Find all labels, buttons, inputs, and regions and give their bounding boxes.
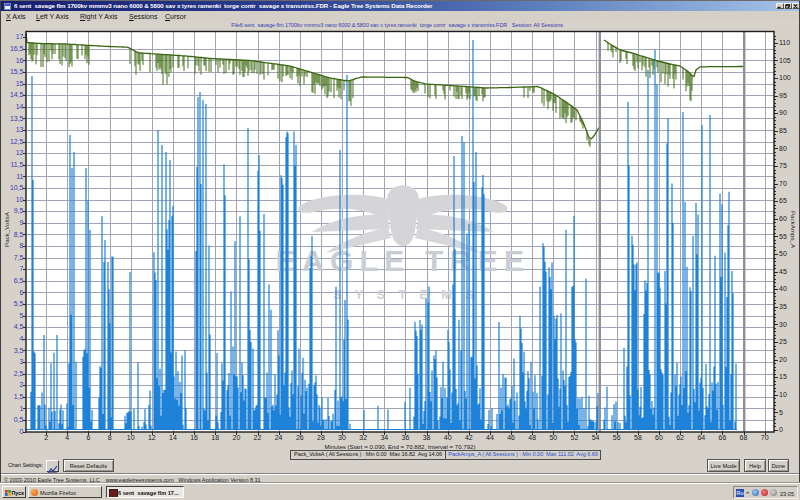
svg-text:35: 35 <box>779 303 787 310</box>
svg-text:11: 11 <box>16 173 23 180</box>
svg-text:22: 22 <box>254 434 262 441</box>
svg-text:66: 66 <box>719 434 727 441</box>
svg-text:62: 62 <box>676 434 684 441</box>
svg-text:12: 12 <box>148 434 156 441</box>
svg-text:0: 0 <box>779 426 783 433</box>
svg-text:14,5: 14,5 <box>10 91 24 98</box>
svg-text:20: 20 <box>233 434 241 441</box>
svg-text:65: 65 <box>779 197 787 204</box>
svg-text:6: 6 <box>20 289 24 296</box>
svg-text:14: 14 <box>169 434 177 441</box>
svg-text:8: 8 <box>108 434 112 441</box>
svg-text:70: 70 <box>779 180 787 187</box>
svg-text:8,5: 8,5 <box>14 231 24 238</box>
svg-text:36: 36 <box>402 434 410 441</box>
svg-text:EAGLE TREE: EAGLE TREE <box>276 244 531 277</box>
svg-text:13: 13 <box>16 126 24 133</box>
svg-text:2,5: 2,5 <box>14 370 24 377</box>
svg-text:42: 42 <box>465 434 473 441</box>
svg-text:45: 45 <box>779 268 787 275</box>
svg-text:5,5: 5,5 <box>14 300 24 307</box>
svg-text:6: 6 <box>86 434 90 441</box>
svg-text:46: 46 <box>507 434 515 441</box>
svg-text:70: 70 <box>761 434 769 441</box>
svg-text:8: 8 <box>20 242 24 249</box>
svg-text:20: 20 <box>779 356 787 363</box>
svg-text:12,5: 12,5 <box>10 138 24 145</box>
svg-text:12: 12 <box>16 149 24 156</box>
svg-text:48: 48 <box>528 434 536 441</box>
svg-text:40: 40 <box>444 434 452 441</box>
svg-text:17: 17 <box>16 33 24 40</box>
svg-text:5: 5 <box>779 409 783 416</box>
svg-text:7: 7 <box>20 265 24 272</box>
svg-text:13,5: 13,5 <box>10 115 24 122</box>
svg-text:11,5: 11,5 <box>10 161 23 168</box>
svg-text:9: 9 <box>20 219 24 226</box>
svg-text:24: 24 <box>275 434 283 441</box>
svg-text:55: 55 <box>779 233 787 240</box>
svg-text:4: 4 <box>20 335 24 342</box>
svg-text:18: 18 <box>211 434 219 441</box>
svg-text:3,5: 3,5 <box>14 347 24 354</box>
svg-text:0,5: 0,5 <box>14 416 24 423</box>
svg-text:1,5: 1,5 <box>14 393 24 400</box>
svg-text:60: 60 <box>779 215 787 222</box>
svg-text:54: 54 <box>592 434 600 441</box>
svg-text:16: 16 <box>190 434 198 441</box>
svg-text:28: 28 <box>317 434 325 441</box>
svg-text:15,5: 15,5 <box>10 68 24 75</box>
svg-text:15: 15 <box>779 373 787 380</box>
svg-text:30: 30 <box>779 321 787 328</box>
svg-text:16: 16 <box>16 57 24 64</box>
svg-text:4: 4 <box>65 434 69 441</box>
svg-text:80: 80 <box>779 145 787 152</box>
svg-text:10: 10 <box>16 196 24 203</box>
svg-text:60: 60 <box>655 434 663 441</box>
svg-text:9,5: 9,5 <box>14 207 24 214</box>
svg-text:100: 100 <box>779 74 791 81</box>
svg-text:30: 30 <box>338 434 346 441</box>
svg-text:85: 85 <box>779 127 787 134</box>
svg-text:75: 75 <box>779 162 787 169</box>
svg-text:56: 56 <box>613 434 621 441</box>
svg-text:32: 32 <box>359 434 367 441</box>
svg-text:4,5: 4,5 <box>14 323 24 330</box>
svg-text:90: 90 <box>779 109 787 116</box>
svg-text:3: 3 <box>20 358 24 365</box>
svg-text:16,5: 16,5 <box>10 45 24 52</box>
svg-text:26: 26 <box>296 434 304 441</box>
svg-text:38: 38 <box>423 434 431 441</box>
svg-text:10: 10 <box>779 391 787 398</box>
svg-text:50: 50 <box>779 250 787 257</box>
svg-text:50: 50 <box>549 434 557 441</box>
svg-text:58: 58 <box>634 434 642 441</box>
svg-text:15: 15 <box>16 80 24 87</box>
svg-text:95: 95 <box>779 92 787 99</box>
svg-text:2: 2 <box>20 381 24 388</box>
svg-text:68: 68 <box>740 434 748 441</box>
svg-text:52: 52 <box>571 434 579 441</box>
svg-text:14: 14 <box>16 103 24 110</box>
svg-text:44: 44 <box>486 434 494 441</box>
svg-text:1: 1 <box>20 405 24 412</box>
svg-text:7,5: 7,5 <box>14 254 24 261</box>
svg-text:110: 110 <box>779 39 790 46</box>
svg-text:64: 64 <box>697 434 705 441</box>
svg-text:34: 34 <box>380 434 388 441</box>
svg-text:6,5: 6,5 <box>14 277 24 284</box>
svg-text:105: 105 <box>779 57 791 64</box>
svg-text:25: 25 <box>779 338 787 345</box>
svg-text:5: 5 <box>20 312 24 319</box>
svg-text:40: 40 <box>779 285 787 292</box>
svg-text:0: 0 <box>20 428 24 435</box>
svg-text:10,5: 10,5 <box>10 184 24 191</box>
svg-text:2: 2 <box>44 434 48 441</box>
svg-text:10: 10 <box>127 434 135 441</box>
